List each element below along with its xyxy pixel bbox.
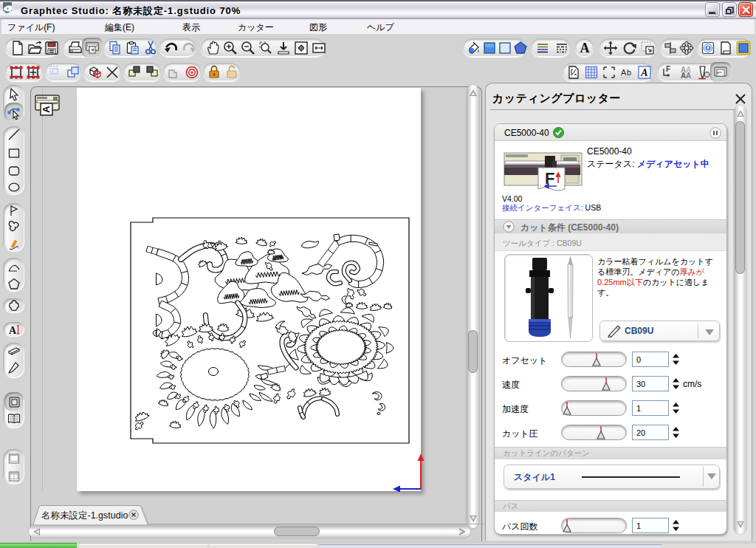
svg-text:A: A <box>9 325 17 336</box>
svg-text:A: A <box>41 106 52 113</box>
svg-text:A: A <box>580 41 590 55</box>
svg-text:A: A <box>686 72 691 80</box>
svg-text:名称未設定-1.gstudio: 名称未設定-1.gstudio <box>41 510 128 521</box>
svg-text:A: A <box>640 67 647 78</box>
svg-text:M: M <box>706 45 711 52</box>
svg-text:b: b <box>627 68 631 77</box>
svg-text:F: F <box>666 65 670 73</box>
svg-text:A: A <box>621 68 627 77</box>
